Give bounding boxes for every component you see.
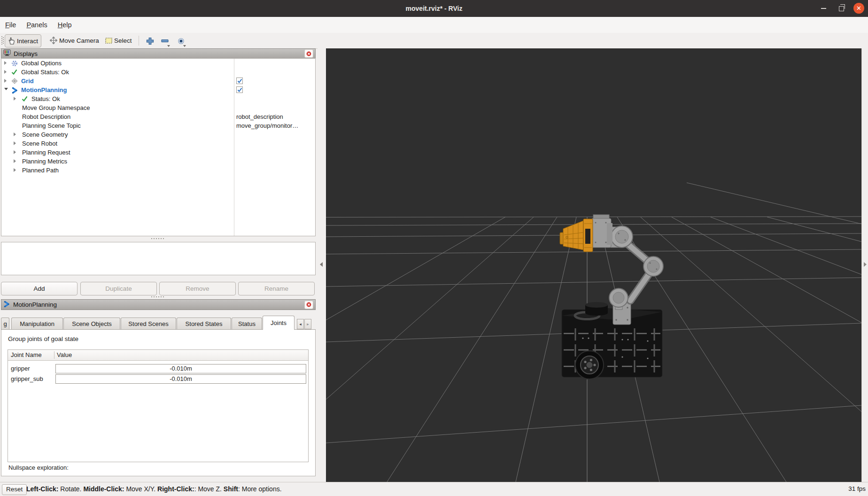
restore-button[interactable]: [836, 3, 846, 14]
tree-row[interactable]: Planning Request: [1, 148, 315, 157]
focus-icon: [178, 38, 185, 45]
tree-row-label: Status: Ok: [31, 94, 60, 103]
hint-key: Left-Click:: [26, 485, 58, 493]
dock-splitter-right[interactable]: [861, 48, 868, 482]
tab-manipulation[interactable]: Manipulation: [11, 318, 63, 330]
displays-close-button[interactable]: [304, 49, 313, 58]
checkmark-icon: [237, 78, 242, 84]
menu-panels[interactable]: Panels: [21, 17, 52, 33]
joints-heading: Group joints of goal state: [8, 335, 78, 342]
zoom-in-tool[interactable]: [145, 36, 155, 46]
focus-camera-tool[interactable]: [176, 36, 186, 46]
tab-stored-scenes[interactable]: Stored Scenes: [121, 318, 176, 330]
reset-button[interactable]: Reset: [2, 484, 27, 495]
grid-icon: [11, 78, 18, 84]
tool-move-camera[interactable]: Move Camera: [47, 34, 102, 46]
displays-panel-header[interactable]: Displays: [1, 48, 316, 59]
expander-closed-icon[interactable]: [14, 141, 16, 145]
dock-splitter-left[interactable]: [318, 48, 326, 482]
dropdown-caret-icon[interactable]: [183, 45, 186, 47]
expander-closed-icon[interactable]: [4, 61, 7, 65]
rename-display-button: Rename: [238, 282, 315, 295]
expander-closed-icon[interactable]: [14, 150, 16, 154]
hint-key: Middle-Click:: [83, 485, 124, 493]
tree-row-label: Global Status: Ok: [21, 68, 69, 77]
joint-value-field[interactable]: -0.010m: [55, 374, 306, 384]
tree-row-value[interactable]: move_group/monitor…: [236, 121, 298, 130]
enabled-checkbox[interactable]: [236, 86, 243, 93]
mouse-hints: Left-Click: Rotate. Middle-Click: Move X…: [26, 482, 282, 496]
tab-scroll-left-icon[interactable]: ◂: [297, 319, 304, 329]
tree-row[interactable]: MotionPlanning: [1, 85, 315, 94]
motionplanning-close-button[interactable]: [304, 301, 313, 309]
tool-interact[interactable]: Interact: [5, 34, 41, 47]
panel-splitter-handle-2[interactable]: [151, 296, 152, 297]
tree-row[interactable]: Scene Robot: [1, 139, 315, 148]
titlebar[interactable]: moveit.rviz* - RViz ✕: [0, 0, 868, 17]
joint-value-field[interactable]: -0.010m: [55, 364, 306, 373]
tree-row[interactable]: Global Status: Ok: [1, 68, 315, 77]
tree-row-label: Move Group Namespace: [22, 103, 90, 112]
tree-row[interactable]: Status: Ok: [1, 94, 315, 103]
toolbar-separator: [139, 36, 139, 46]
tool-label: Move Camera: [59, 37, 99, 44]
hint-text: : Move Z.: [194, 485, 224, 493]
tab-joints[interactable]: Joints: [263, 316, 294, 330]
col-value[interactable]: Value: [57, 350, 72, 360]
tree-row[interactable]: Grid: [1, 77, 315, 85]
dropdown-caret-icon[interactable]: [167, 45, 170, 47]
tab-stored-states[interactable]: Stored States: [177, 318, 231, 330]
hand-icon: [8, 37, 15, 45]
collapse-right-icon[interactable]: [864, 262, 867, 267]
expander-closed-icon[interactable]: [4, 70, 7, 74]
render-viewport[interactable]: [326, 48, 861, 482]
expander-closed-icon[interactable]: [14, 168, 16, 172]
tab-scene-objects[interactable]: Scene Objects: [63, 318, 120, 330]
minimize-button[interactable]: [818, 3, 829, 14]
expander-open-icon[interactable]: [4, 88, 8, 90]
motionplanning-panel-header[interactable]: MotionPlanning: [1, 299, 316, 310]
expander-closed-icon[interactable]: [14, 159, 16, 163]
col-joint-name[interactable]: Joint Name: [11, 350, 42, 360]
nullspace-label: Nullspace exploration:: [8, 464, 69, 471]
check-icon: [22, 96, 28, 102]
toolbar-drag-handle[interactable]: [1, 36, 2, 37]
tree-row[interactable]: Robot Descriptionrobot_description: [1, 112, 315, 121]
tree-row[interactable]: Planning Metrics: [1, 157, 315, 166]
tree-row[interactable]: Planning Scene Topicmove_group/monitor…: [1, 121, 315, 130]
tree-row[interactable]: Global Options: [1, 59, 315, 68]
menu-help[interactable]: Help: [53, 17, 77, 33]
gear-icon: [11, 60, 18, 67]
tree-row[interactable]: Move Group Namespace: [1, 103, 315, 112]
joints-table-header: Joint Name Value: [8, 350, 308, 361]
robot-model[interactable]: [560, 215, 663, 379]
menu-file[interactable]: File: [0, 17, 21, 33]
joint-name-cell[interactable]: gripper_sub: [11, 374, 43, 384]
tab-g[interactable]: g: [1, 318, 9, 330]
displays-tree: Global OptionsGlobal Status: OkGridMotio…: [1, 58, 316, 236]
tree-row-label: Planned Path: [22, 166, 59, 175]
expander-closed-icon[interactable]: [14, 97, 16, 101]
enabled-checkbox[interactable]: [236, 78, 243, 84]
add-display-button[interactable]: Add: [1, 282, 78, 295]
panel-splitter-handle[interactable]: [151, 238, 152, 239]
hint-text: Move X/Y.: [124, 485, 158, 493]
tool-label: Select: [114, 37, 132, 44]
joint-name-cell[interactable]: gripper: [11, 364, 30, 373]
motion-icon: [3, 301, 10, 308]
tool-select[interactable]: Select: [102, 34, 135, 46]
tree-row[interactable]: Planned Path: [1, 166, 315, 175]
close-button[interactable]: ✕: [853, 3, 864, 14]
toolbar: InteractMove CameraSelect: [0, 33, 868, 49]
expander-closed-icon[interactable]: [14, 132, 16, 136]
minimize-icon: [821, 8, 826, 9]
panel-close-icon: [306, 302, 312, 308]
tree-row-value[interactable]: robot_description: [236, 112, 283, 121]
select-box-icon: [105, 38, 112, 44]
zoom-out-tool[interactable]: [160, 36, 170, 46]
expander-closed-icon[interactable]: [4, 79, 7, 83]
collapse-left-icon[interactable]: [320, 262, 323, 267]
tab-status[interactable]: Status: [232, 318, 262, 330]
tree-row[interactable]: Scene Geometry: [1, 130, 315, 139]
tab-scroll-right-icon[interactable]: ▸: [304, 319, 311, 329]
